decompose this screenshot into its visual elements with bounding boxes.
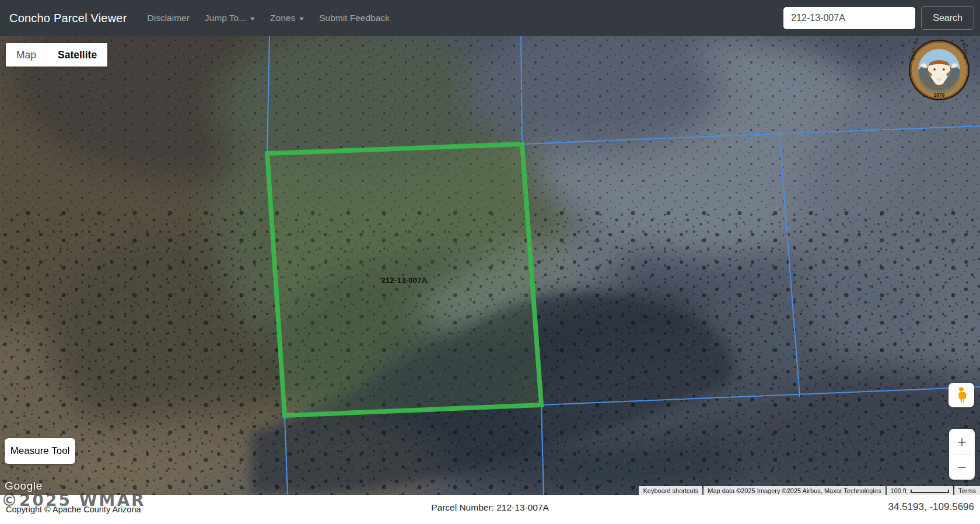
app-title: Concho Parcel Viewer [9, 12, 127, 25]
status-footer: Copyright © Apache County Arizona Parcel… [0, 495, 980, 524]
parcel-number-status: Parcel Number: 212-13-007A [0, 502, 980, 513]
search-button[interactable]: Search [921, 6, 974, 30]
map-type-satellite-button[interactable]: Satellite [47, 43, 107, 67]
chevron-down-icon [299, 18, 304, 20]
nav-link-disclaimer[interactable]: Disclaimer [148, 13, 190, 23]
map-attribution-bar: Keyboard shortcuts Map data ©2025 Imager… [639, 486, 980, 495]
map-type-control: Map Satellite [6, 43, 107, 67]
zoom-out-button[interactable]: − [949, 455, 975, 480]
wmar-watermark: ©2025 WMAR [1, 491, 146, 510]
map-data-attribution: Map data ©2025 Imagery ©2025 Airbus, Max… [704, 486, 885, 495]
seal-year-text: 1879 [934, 92, 945, 98]
map-type-map-button[interactable]: Map [6, 43, 47, 67]
map-scale-label: 100 ft [891, 487, 907, 494]
search-area: Search [783, 6, 974, 30]
map-scale-button[interactable]: 100 ft [887, 486, 954, 495]
scale-ruler [911, 490, 949, 493]
chevron-down-icon [250, 18, 255, 20]
pegman-icon [955, 386, 968, 404]
nav-link-label: Disclaimer [148, 13, 190, 23]
nav-link-label: Submit Feedback [319, 13, 390, 23]
nav-link-submit-feedback[interactable]: Submit Feedback [319, 13, 390, 23]
nav-link-zones[interactable]: Zones [270, 13, 304, 23]
apache-county-seal-logo: SEAL OF APACHE COUNTY ARIZONA 1879 [908, 39, 970, 101]
keyboard-shortcuts-button[interactable]: Keyboard shortcuts [639, 486, 702, 495]
nav-link-label: Jump To... [205, 13, 246, 23]
cursor-coordinates: 34.5193, -109.5696 [888, 501, 974, 513]
zoom-in-button[interactable]: + [949, 429, 975, 454]
top-navbar: Concho Parcel Viewer Disclaimer Jump To.… [0, 0, 980, 36]
parcel-search-input[interactable] [783, 7, 915, 29]
terms-link[interactable]: Terms [954, 486, 980, 495]
nav-link-label: Zones [270, 13, 295, 23]
nav-link-jump-to[interactable]: Jump To... [205, 13, 255, 23]
measure-tool-button[interactable]: Measure Tool [5, 438, 75, 464]
street-view-pegman-button[interactable] [949, 383, 974, 407]
parcel-id-label: 212-13-007A [369, 276, 440, 285]
zoom-control: + − [949, 429, 975, 480]
satellite-imagery [0, 36, 980, 495]
map-viewport[interactable]: 212-13-007A Map Satellite SEAL OF APACHE [0, 36, 980, 495]
